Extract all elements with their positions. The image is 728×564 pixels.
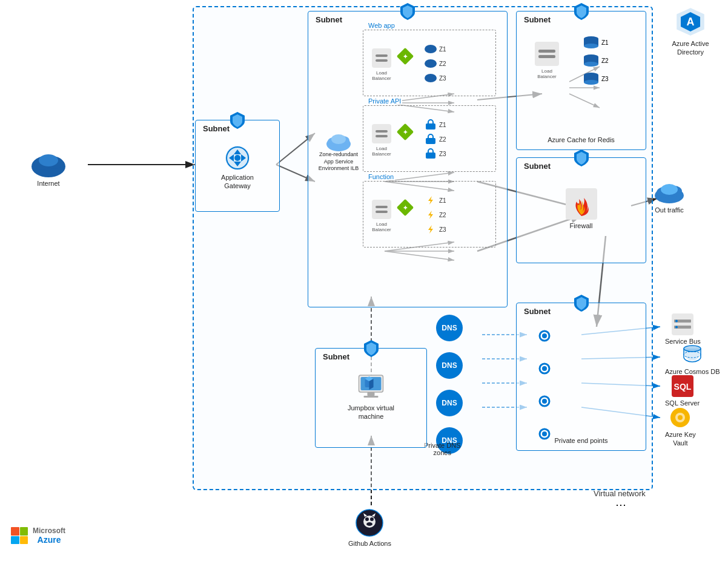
- svg-point-80: [584, 62, 598, 67]
- svg-text:✦: ✦: [403, 129, 408, 136]
- firewall-node: Firewall: [566, 188, 597, 230]
- sql-server-icon: SQL: [672, 375, 693, 397]
- svg-rect-62: [376, 211, 388, 213]
- shield-firewall: [573, 148, 590, 170]
- function-zones: Z1 Z2 Z3: [424, 195, 446, 235]
- svg-point-92: [542, 333, 547, 338]
- svg-point-100: [675, 326, 678, 329]
- app-gateway-icon: [224, 145, 251, 171]
- azure-ad-icon: A: [675, 6, 706, 38]
- redis-lb-icon: LoadBalancer: [535, 42, 559, 79]
- internet-node: Internet: [30, 148, 67, 188]
- key-vault-node: Azure Key Vault: [665, 407, 696, 448]
- dns-1: DNS: [436, 315, 463, 341]
- svg-point-43: [234, 155, 240, 161]
- dns-zones-container: DNS DNS DNS DNS: [436, 315, 463, 454]
- webapp-lb-diamond: ✦: [396, 47, 414, 68]
- subnet-jumpbox-box: Subnet Jumpbox virtual machine: [315, 348, 427, 448]
- webapp-z1: Z1: [424, 44, 446, 54]
- redis-z2: Z2: [583, 54, 609, 67]
- function-z2: Z2: [424, 209, 446, 220]
- internet-cloud-icon: [30, 148, 67, 177]
- api-lb-diamond: ✦: [396, 123, 414, 143]
- svg-point-71: [331, 134, 346, 144]
- cosmos-db-node: Azure Cosmos DB: [665, 344, 720, 376]
- out-traffic-node: Out traffic: [653, 179, 686, 214]
- github-actions-node: Github Actions: [348, 508, 391, 548]
- webapp-zones: Z1 Z2 Z3: [424, 44, 446, 84]
- svg-text:A: A: [687, 16, 695, 28]
- shield-pe: [573, 293, 590, 315]
- svg-point-99: [675, 320, 678, 323]
- svg-rect-57: [426, 123, 435, 130]
- svg-point-95: [542, 431, 547, 436]
- app-gateway-icon-node: Application Gateway: [221, 145, 254, 191]
- webapp-inner-box: Web app LoadBalancer ✦ Z1 Z2: [363, 30, 496, 96]
- ase-label: Zone-redundant App Service Environment I…: [314, 130, 363, 172]
- svg-text:SQL: SQL: [673, 382, 691, 392]
- svg-rect-58: [426, 138, 435, 144]
- subnet-app-gateway-box: Subnet Application Gateway: [195, 120, 280, 212]
- svg-point-118: [365, 517, 369, 521]
- svg-rect-73: [538, 50, 555, 53]
- svg-point-108: [678, 415, 683, 420]
- svg-rect-60: [372, 200, 391, 219]
- pe-icon-1: [535, 326, 554, 346]
- subnet-firewall-box: Subnet Firewall: [516, 157, 646, 263]
- dns-3: DNS: [436, 390, 463, 416]
- redis-z1: Z1: [583, 36, 609, 49]
- svg-rect-44: [372, 48, 391, 68]
- shield-ase: [399, 2, 416, 24]
- webapp-z3: Z3: [424, 73, 446, 84]
- api-z2: Z2: [424, 134, 446, 145]
- svg-rect-96: [672, 313, 693, 335]
- dns-2: DNS: [436, 352, 463, 379]
- svg-point-50: [425, 59, 437, 68]
- ase-cloud-icon: [325, 130, 352, 151]
- ms-logo-squares: [11, 527, 28, 544]
- redis-z3: Z3: [583, 72, 609, 85]
- github-actions-icon: [355, 508, 384, 537]
- api-z1: Z1: [424, 119, 446, 130]
- svg-rect-74: [538, 55, 555, 58]
- svg-point-119: [370, 517, 374, 521]
- dns-zones-label: Private DNS zones: [424, 442, 461, 456]
- svg-marker-67: [428, 225, 433, 234]
- subnet-ase-box: Subnet Web app LoadBalancer ✦ Z1: [308, 11, 508, 307]
- cosmos-db-icon: [681, 344, 703, 366]
- svg-rect-114: [367, 392, 374, 396]
- function-lb-icon: LoadBalancer: [372, 200, 391, 232]
- webapp-z2: Z2: [424, 58, 446, 69]
- redis-zones: Z1 Z2 Z3: [583, 36, 609, 85]
- firewall-icon: [566, 188, 597, 220]
- function-z1: Z1: [424, 195, 446, 206]
- private-api-inner-box: Private API LoadBalancer ✦ Z1 Z2: [363, 105, 496, 172]
- shield-app-gateway: [229, 111, 246, 133]
- service-bus-node: Service Bus: [665, 313, 701, 346]
- svg-point-93: [542, 366, 547, 371]
- svg-marker-65: [428, 196, 433, 205]
- pe-icon-4: [535, 424, 554, 444]
- pe-icon-3: [535, 392, 554, 411]
- function-z3: Z3: [424, 224, 446, 235]
- jumpbox-node: Jumpbox virtual machine: [348, 373, 394, 421]
- ms-azure-logo: Microsoft Azure: [11, 526, 65, 545]
- api-z3: Z3: [424, 148, 446, 159]
- svg-marker-66: [428, 211, 433, 219]
- svg-rect-46: [376, 59, 388, 62]
- svg-rect-59: [426, 152, 435, 159]
- sql-server-node: SQL SQL Server: [665, 375, 700, 407]
- svg-point-88: [661, 184, 678, 195]
- function-lb-diamond: ✦: [396, 198, 414, 219]
- virtual-network-label: Virtual network ⋯: [594, 489, 646, 511]
- dns-badge-3: DNS: [436, 390, 463, 416]
- svg-rect-72: [535, 42, 559, 66]
- pe-icons: [535, 326, 554, 444]
- shield-jumpbox: [363, 339, 380, 361]
- svg-rect-115: [363, 396, 378, 398]
- virtual-network-icon: ⋯: [615, 498, 626, 511]
- dns-badge-1: DNS: [436, 315, 463, 341]
- pe-icon-2: [535, 359, 554, 378]
- function-inner-box: Function LoadBalancer ✦ Z1 Z2: [363, 181, 496, 248]
- svg-text:✦: ✦: [403, 53, 408, 60]
